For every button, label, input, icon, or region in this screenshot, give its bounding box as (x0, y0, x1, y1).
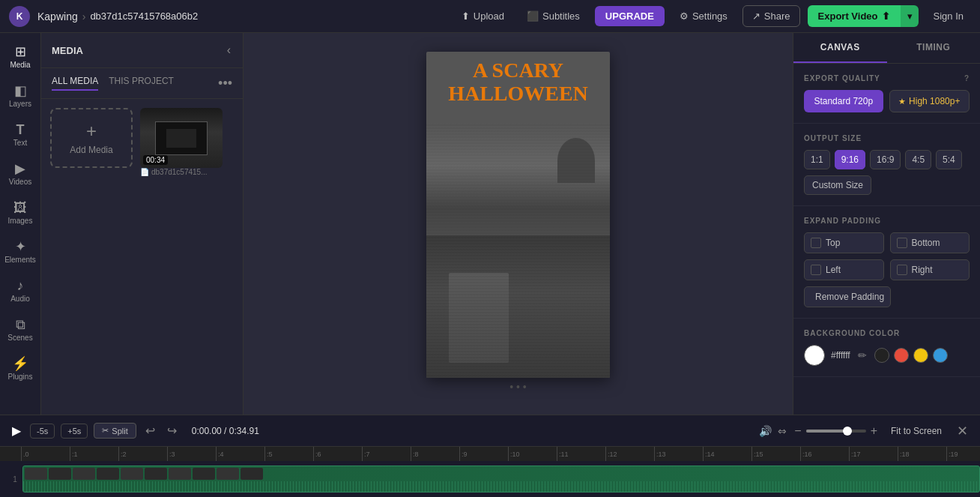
top-label: Top (826, 238, 840, 248)
fit-to-screen-button[interactable]: Fit to Screen (885, 423, 948, 439)
media-panel-close-button[interactable]: ‹ (226, 42, 232, 58)
padding-top-button[interactable]: Top (804, 232, 884, 253)
tab-timing[interactable]: TIMING (887, 33, 981, 63)
zoom-out-button[interactable]: − (793, 423, 802, 439)
size-1-1-button[interactable]: 1:1 (804, 150, 830, 169)
share-button[interactable]: ↗ Share (742, 5, 800, 27)
ruler-mark: :8 (411, 447, 459, 462)
ruler-mark: :13 (654, 447, 703, 462)
sidebar-item-plugins[interactable]: ⚡ Plugins (1, 351, 39, 387)
upload-icon: ⬆ (462, 10, 470, 22)
size-4-5-button[interactable]: 4:5 (905, 150, 931, 169)
subtitles-button[interactable]: ⬛ Subtitles (519, 6, 587, 26)
output-size-label: OUTPUT SIZE (804, 134, 970, 142)
color-preset-blue[interactable] (933, 348, 948, 363)
plugins-label: Plugins (8, 373, 33, 381)
color-preset-red[interactable] (894, 348, 909, 363)
quality-720p-button[interactable]: Standard 720p (804, 90, 883, 112)
upgrade-button[interactable]: UPGRADE (595, 6, 665, 26)
sidebar-item-videos[interactable]: ▶ Videos (1, 156, 39, 192)
sidebar-item-scenes[interactable]: ⧉ Scenes (1, 312, 39, 348)
settings-label: Settings (692, 10, 728, 22)
color-edit-button[interactable]: ✏ (856, 348, 868, 363)
canvas-video-lower (426, 235, 610, 378)
canvas-area: A SCARY HALLOWEEN • • • (244, 33, 793, 415)
canvas-preview[interactable]: A SCARY HALLOWEEN (426, 52, 610, 378)
media-thumbnail-item: 00:34 📄 db37d1c57415... (140, 108, 223, 176)
ruler-mark: :1 (70, 447, 118, 462)
ruler-mark: :17 (849, 447, 898, 462)
padding-bottom-button[interactable]: Bottom (890, 232, 970, 253)
volume-button[interactable]: 🔊 (759, 425, 772, 437)
export-video-button[interactable]: Export Video ⬆ (808, 5, 901, 27)
redo-button[interactable]: ↪ (164, 421, 180, 441)
export-icon: ⬆ (882, 10, 890, 22)
signin-button[interactable]: Sign In (926, 6, 971, 26)
expand-padding-section: EXPAND PADDING Top Bottom Left Right (793, 206, 980, 319)
size-16-9-button[interactable]: 16:9 (870, 150, 901, 169)
breadcrumb-separator: › (82, 10, 86, 22)
main-area: ⊞ Media ◧ Layers T Text ▶ Videos 🖼 Image… (0, 33, 980, 415)
color-preset-black[interactable] (874, 348, 889, 363)
subtitles-label: Subtitles (542, 10, 580, 22)
skip-forward-button[interactable]: +5s (61, 424, 88, 439)
settings-button[interactable]: ⚙ Settings (672, 6, 735, 26)
zoom-slider-thumb (843, 427, 852, 436)
layers-label: Layers (9, 100, 31, 108)
zoom-slider[interactable] (806, 430, 866, 433)
thumbnail-duration: 00:34 (143, 155, 168, 165)
drag-icon[interactable]: ⇔ (778, 425, 787, 437)
zoom-in-button[interactable]: + (869, 423, 879, 439)
close-timeline-button[interactable]: ✕ (954, 420, 971, 442)
media-tab-project[interactable]: THIS PROJECT (109, 76, 174, 91)
play-button[interactable]: ▶ (9, 421, 24, 441)
quality-1080p-button[interactable]: High 1080p+ (889, 90, 970, 112)
size-5-4-button[interactable]: 5:4 (936, 150, 962, 169)
sidebar-item-layers[interactable]: ◧ Layers (1, 78, 39, 114)
text-icon: T (16, 123, 25, 136)
remove-padding-button[interactable]: Remove Padding (804, 286, 891, 307)
scenes-label: Scenes (7, 334, 32, 342)
undo-button[interactable]: ↩ (142, 421, 158, 441)
resize-handle[interactable]: • • • (509, 378, 526, 396)
audio-waveform (23, 481, 979, 492)
split-button[interactable]: ✂ Split (94, 423, 136, 439)
export-quality-section: EXPORT QUALITY ? Standard 720p High 1080… (793, 64, 980, 124)
right-checkbox (897, 265, 907, 275)
sidebar-item-text[interactable]: T Text (1, 117, 39, 153)
ruler-mark: :19 (946, 447, 980, 462)
add-media-button[interactable]: + Add Media (50, 108, 133, 168)
tab-canvas[interactable]: CANVAS (793, 33, 887, 63)
add-icon: + (86, 121, 97, 142)
sidebar-item-elements[interactable]: ✦ Elements (1, 234, 39, 270)
color-preset-yellow[interactable] (913, 348, 928, 363)
track-clip[interactable] (22, 466, 980, 493)
skip-back-button[interactable]: -5s (30, 424, 55, 439)
export-dropdown-button[interactable]: ▾ (901, 5, 919, 27)
media-more-button[interactable]: ••• (218, 76, 232, 91)
bottom-bar: ▶ -5s +5s ✂ Split ↩ ↪ 0:00.00 / 0:34.91 … (0, 415, 980, 446)
left-checkbox (811, 265, 821, 275)
size-9-16-button[interactable]: 9:16 (835, 150, 865, 169)
color-swatch[interactable] (804, 345, 825, 366)
upload-button[interactable]: ⬆ Upload (454, 6, 512, 26)
sidebar-item-audio[interactable]: ♪ Audio (1, 273, 39, 309)
custom-size-button[interactable]: Custom Size (804, 175, 871, 195)
padding-right-button[interactable]: Right (890, 259, 970, 280)
sidebar-item-images[interactable]: 🖼 Images (1, 195, 39, 231)
title-line1: A SCARY (432, 59, 604, 82)
sidebar-item-media[interactable]: ⊞ Media (1, 39, 39, 75)
help-icon[interactable]: ? (964, 74, 970, 82)
audio-label: Audio (10, 295, 30, 303)
media-thumbnail[interactable]: 00:34 (140, 108, 223, 168)
media-tab-all[interactable]: ALL MEDIA (52, 76, 98, 91)
zoom-slider-track (806, 430, 845, 433)
padding-left-button[interactable]: Left (804, 259, 884, 280)
ruler-mark: .0 (21, 447, 70, 462)
track-content[interactable] (22, 466, 980, 493)
track-number: 1 (7, 475, 22, 484)
export-quality-label: EXPORT QUALITY ? (804, 74, 970, 82)
ruler-mark: :6 (313, 447, 362, 462)
export-button-group: Export Video ⬆ ▾ (808, 5, 919, 27)
videos-label: Videos (9, 178, 31, 186)
